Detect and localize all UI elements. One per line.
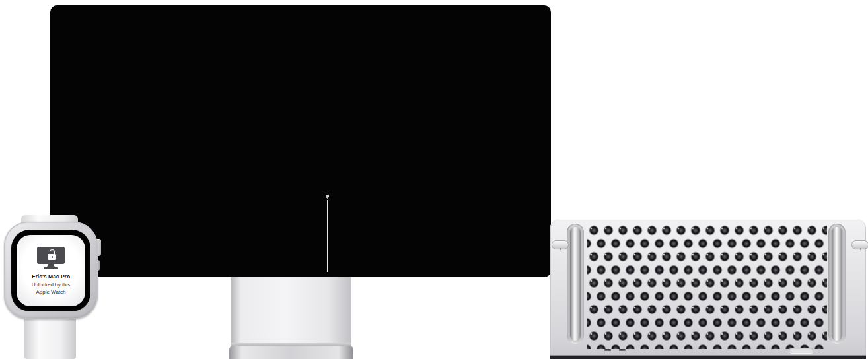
mac-pro-base-shadow xyxy=(550,356,866,359)
display-glyph xyxy=(37,247,65,264)
mac-pro-slot-1 xyxy=(604,349,611,351)
mac-pro-handle-right xyxy=(828,224,846,344)
lock-icon xyxy=(48,252,56,260)
locked-display-icon xyxy=(36,247,66,272)
mac-pro-latch-left[interactable] xyxy=(552,241,568,249)
timeline-playhead[interactable] xyxy=(327,200,328,272)
mac-pro-slot-oval xyxy=(789,348,813,353)
mac-pro-latch-right[interactable] xyxy=(852,241,868,249)
mac-pro-slot-2 xyxy=(619,349,626,351)
mac-pro xyxy=(550,219,866,359)
mac-pro-handle-left xyxy=(567,224,584,344)
pro-stand-neck xyxy=(231,276,351,347)
watch-message-line2: Apple Watch xyxy=(17,289,85,295)
pro-stand-base xyxy=(229,346,353,359)
watch-band-bottom xyxy=(24,315,76,359)
pro-display-xdr xyxy=(50,5,551,277)
watch-message-title: Eric's Mac Pro xyxy=(17,273,85,280)
watch-message-line1: Unlocked by this xyxy=(17,282,85,288)
mac-pro-grille xyxy=(587,224,827,349)
scene: ▤ ▣ ✶ ▤ ▦ ▥ ⤴ 7680 x 4320 | 23.98 fps, S… xyxy=(0,0,868,359)
